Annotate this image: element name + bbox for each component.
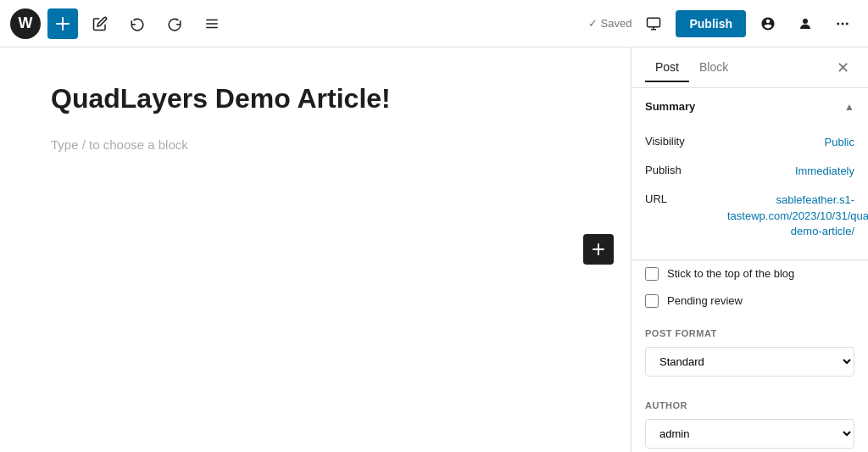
svg-point-9 (846, 22, 849, 25)
summary-header[interactable]: Summary ▲ (632, 88, 868, 125)
list-view-button[interactable] (197, 8, 227, 39)
block-placeholder[interactable]: Type / to choose a block (51, 137, 580, 152)
plus-icon (56, 17, 70, 31)
pending-review-label: Pending review (667, 294, 743, 307)
stick-top-label: Stick to the top of the blog (667, 267, 794, 280)
saved-indicator: ✓ Saved (588, 17, 632, 30)
plus-icon-inline (592, 243, 605, 256)
saved-checkmark: ✓ (588, 17, 598, 30)
sidebar-tabs: Post Block (645, 53, 738, 81)
tab-post[interactable]: Post (645, 53, 689, 82)
editor-area[interactable]: QuadLayers Demo Article! Type / to choos… (0, 47, 631, 452)
author-select-wrap: admin (632, 416, 868, 452)
summary-section: Summary ▲ Visibility Public Publish Imme… (632, 88, 868, 260)
publish-button[interactable]: Publish (676, 10, 746, 37)
url-row: URL sablefeather.s1-tastewp.com/2023/10/… (645, 186, 854, 246)
svg-point-8 (842, 22, 844, 25)
settings-icon (760, 16, 776, 31)
wp-logo[interactable]: W (10, 8, 41, 39)
redo-button[interactable] (159, 8, 190, 39)
list-icon (204, 16, 220, 31)
publish-row: Publish Immediately (645, 157, 854, 186)
saved-text: Saved (601, 17, 632, 30)
svg-rect-3 (648, 18, 660, 27)
redo-icon (167, 16, 182, 31)
toolbar-left: W (10, 8, 581, 39)
post-format-select-wrap: Standard Aside Image Video Quote Link Ga… (632, 343, 868, 387)
publish-label: Publish (645, 164, 682, 176)
pending-review-checkbox[interactable] (645, 294, 659, 308)
svg-point-7 (837, 22, 839, 25)
inline-add-block-button[interactable] (583, 234, 614, 265)
undo-icon (130, 16, 145, 31)
post-format-section: POST FORMAT (632, 315, 868, 343)
author-label: AUTHOR (645, 400, 687, 410)
undo-button[interactable] (122, 8, 153, 39)
toolbar-right: ✓ Saved Publish (588, 8, 858, 39)
pending-review-row: Pending review (632, 287, 868, 315)
summary-toggle-icon: ▲ (844, 101, 854, 113)
main-layout: QuadLayers Demo Article! Type / to choos… (0, 47, 868, 452)
url-label: URL (645, 193, 667, 205)
view-button[interactable] (638, 8, 669, 39)
user-button[interactable] (790, 8, 821, 39)
pencil-icon (92, 16, 108, 31)
add-block-button[interactable] (47, 8, 78, 39)
more-options-button[interactable] (827, 8, 858, 39)
ellipsis-icon (835, 16, 850, 31)
summary-title: Summary (645, 100, 695, 113)
tools-button[interactable] (85, 8, 115, 39)
tab-block[interactable]: Block (689, 53, 738, 82)
toolbar: W ✓ (0, 0, 868, 47)
sidebar: Post Block ✕ Summary ▲ Visibility Public… (631, 47, 868, 452)
author-select[interactable]: admin (645, 419, 854, 449)
visibility-value[interactable]: Public (825, 135, 854, 150)
post-format-label: POST FORMAT (645, 328, 717, 338)
settings-button[interactable] (753, 8, 783, 39)
sidebar-close-button[interactable]: ✕ (831, 56, 854, 80)
post-format-select[interactable]: Standard Aside Image Video Quote Link Ga… (645, 347, 854, 377)
sidebar-header: Post Block ✕ (632, 47, 868, 88)
url-value[interactable]: sablefeather.s1-tastewp.com/2023/10/31/q… (727, 193, 854, 239)
stick-top-checkbox[interactable] (645, 267, 659, 281)
summary-content: Visibility Public Publish Immediately UR… (632, 125, 868, 259)
author-section: AUTHOR (632, 387, 868, 416)
svg-point-6 (803, 19, 808, 24)
visibility-row: Visibility Public (645, 128, 854, 157)
visibility-label: Visibility (645, 135, 685, 148)
article-title[interactable]: QuadLayers Demo Article! (51, 81, 580, 117)
stick-top-row: Stick to the top of the blog (632, 260, 868, 287)
monitor-icon (646, 16, 661, 31)
avatar-icon (798, 16, 813, 31)
publish-value[interactable]: Immediately (795, 164, 854, 179)
